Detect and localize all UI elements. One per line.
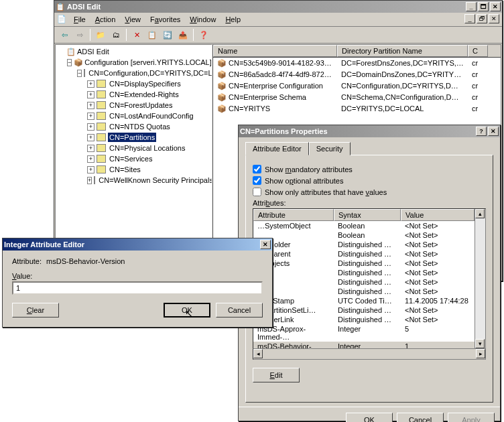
edit-button[interactable]: Edit xyxy=(253,368,300,382)
menu-help[interactable]: Help xyxy=(221,14,245,25)
expand-icon[interactable]: + xyxy=(87,80,94,88)
expand-icon[interactable]: + xyxy=(87,91,94,98)
tree-root[interactable]: 📋 ADSI Edit xyxy=(57,46,210,57)
attr-row[interactable]: msDS-Approx-Immed-…Integer5 xyxy=(253,324,475,342)
menu-file[interactable]: File xyxy=(70,14,90,25)
properties-button[interactable]: 📋 xyxy=(145,28,160,42)
expand-icon[interactable]: + xyxy=(87,102,94,109)
check-optional[interactable]: Show optional attributes xyxy=(253,176,486,185)
close-button[interactable]: ✕ xyxy=(260,240,271,249)
mdi-restore-button[interactable]: 🗗 xyxy=(477,14,487,23)
tree-node-cn-lostandfoundconfig[interactable]: +CN=LostAndFoundConfig xyxy=(57,111,210,121)
attr-row[interactable]: …ByDistinguished …<Not Set> xyxy=(253,277,475,287)
attr-row[interactable]: Boolean<Not Set> xyxy=(253,230,475,240)
tab-attribute-editor[interactable]: Attribute Editor xyxy=(245,142,309,155)
list-row[interactable]: 📦 CN=Enterprise SchemaCN=Schema,CN=Confi… xyxy=(213,92,501,103)
expand-icon[interactable]: + xyxy=(87,123,94,131)
export-button[interactable]: 📤 xyxy=(176,28,190,42)
col-attribute[interactable]: Attribute xyxy=(253,209,334,221)
show-hide-button[interactable]: 🗂 xyxy=(109,28,123,42)
tree-node-cn-services[interactable]: +CN=Services xyxy=(57,153,210,164)
tree-node-cn-forestupdates[interactable]: +CN=ForestUpdates xyxy=(57,100,210,111)
col-dpn[interactable]: Directory Partition Name xyxy=(337,45,468,57)
col-syntax[interactable]: Syntax xyxy=(334,209,401,221)
delete-button[interactable]: ✕ xyxy=(129,28,144,42)
horizontal-scrollbar[interactable]: ◂ ▸ xyxy=(253,349,486,360)
help-button[interactable]: ? xyxy=(476,127,487,136)
tree-config-server[interactable]: −📦 Configuration [serveri.YRITYS.LOCAL] xyxy=(57,57,210,68)
attr-row[interactable]: …fDistinguished …<Not Set> xyxy=(253,268,475,277)
up-button[interactable]: 📁 xyxy=(93,28,108,42)
scroll-right-button[interactable]: ▸ xyxy=(476,349,485,358)
collapse-icon[interactable]: − xyxy=(77,70,82,77)
menu-action[interactable]: Action xyxy=(91,14,120,25)
col-name[interactable]: Name xyxy=(213,45,337,57)
scroll-left-button[interactable]: ◂ xyxy=(253,349,263,358)
cell-value: 1 xyxy=(401,342,475,348)
attr-row[interactable]: …neStampUTC Coded Ti…11.4.2005 17:44:28 xyxy=(253,296,475,305)
maximize-button[interactable]: 🗖 xyxy=(478,2,489,11)
tab-security[interactable]: Security xyxy=(309,142,351,155)
menu-view[interactable]: View xyxy=(121,14,145,25)
col-value[interactable]: Value xyxy=(401,209,475,221)
attr-row[interactable]: …PartitionSetLi…Distinguished …<Not Set> xyxy=(253,305,475,315)
back-button[interactable]: ⇦ xyxy=(57,28,72,42)
check-mandatory[interactable]: Show mandatory attributes xyxy=(253,165,486,173)
scroll-up-button[interactable]: ▴ xyxy=(475,209,485,218)
ok-button[interactable]: OK ↖ xyxy=(164,303,210,318)
value-input[interactable] xyxy=(12,281,263,295)
expand-icon[interactable]: + xyxy=(87,177,92,184)
cancel-button[interactable]: Cancel xyxy=(397,413,444,422)
tree-node-cn-partitions[interactable]: +CN=Partitions xyxy=(57,132,210,143)
menu-window[interactable]: Window xyxy=(186,14,220,25)
attr-row[interactable]: …fDistinguished …<Not Set> xyxy=(253,287,475,296)
cell-c: cr xyxy=(468,58,488,68)
attributes-table[interactable]: Attribute Syntax Value …SystemObjectBool… xyxy=(253,208,486,349)
apply-button[interactable]: Apply xyxy=(448,413,495,422)
collapse-icon[interactable]: − xyxy=(67,59,72,66)
close-button[interactable]: ✕ xyxy=(488,127,499,136)
mdi-minimize-button[interactable]: _ xyxy=(464,14,475,23)
cancel-button[interactable]: Cancel xyxy=(216,303,263,318)
expand-icon[interactable]: + xyxy=(87,166,94,173)
attr-row[interactable]: msDS-Behavior-VersionInteger1 xyxy=(253,342,475,348)
attr-row[interactable]: …UserLinkDistinguished …<Not Set> xyxy=(253,315,475,324)
menu-favorites[interactable]: Favorites xyxy=(146,14,184,25)
attr-header: Attribute Syntax Value xyxy=(253,209,475,221)
tree-node-cn-physical-locations[interactable]: +CN=Physical Locations xyxy=(57,143,210,153)
list-row[interactable]: 📦 CN=YRITYSDC=YRITYS,DC=LOCALcr xyxy=(213,103,501,115)
refresh-button[interactable]: 🔄 xyxy=(160,28,175,42)
expand-icon[interactable]: + xyxy=(87,113,94,120)
col-c[interactable]: C xyxy=(468,45,488,57)
expand-icon[interactable]: + xyxy=(87,145,94,152)
attr-row[interactable]: …SystemObjectBoolean<Not Set> xyxy=(253,221,475,230)
vertical-scrollbar[interactable]: ▴ ▾ xyxy=(475,209,485,348)
list-row[interactable]: 📦 CN=53c549b9-9014-4182-93…DC=ForestDnsZ… xyxy=(213,58,501,69)
mdi-close-button[interactable]: ✕ xyxy=(489,14,499,23)
folder-icon xyxy=(97,165,106,173)
expand-icon[interactable]: + xyxy=(87,134,94,141)
cell-syntax: Distinguished … xyxy=(334,277,401,287)
attr-row[interactable]: …eHolderDistinguished …<Not Set> xyxy=(253,240,475,249)
tree-node-cn-ntds-quotas[interactable]: +CN=NTDS Quotas xyxy=(57,121,210,132)
tree-node-cn-sites[interactable]: +CN=Sites xyxy=(57,164,210,175)
tree-node-cn-wellknown-security-principals[interactable]: +CN=WellKnown Security Principals xyxy=(57,175,210,186)
help-button[interactable]: ❓ xyxy=(196,28,211,42)
forward-button[interactable]: ⇨ xyxy=(72,28,87,42)
ok-button[interactable]: OK xyxy=(346,413,393,422)
tree-label: CN=LostAndFoundConfig xyxy=(108,111,195,121)
attr-row[interactable]: …ObjectsDistinguished …<Not Set> xyxy=(253,259,475,268)
tree-node-cn-displayspecifiers[interactable]: +CN=DisplaySpecifiers xyxy=(57,78,210,89)
list-row[interactable]: 📦 CN=86a5adc8-4f74-4df9-872…DC=DomainDns… xyxy=(213,69,501,80)
tree-config-dn[interactable]: −CN=Configuration,DC=YRITYS,DC=LOCAL xyxy=(57,68,210,78)
scroll-down-button[interactable]: ▾ xyxy=(475,339,485,348)
clear-button[interactable]: Clear xyxy=(12,303,59,318)
cell-name: 📦 CN=Enterprise Schema xyxy=(213,92,337,102)
check-values[interactable]: Show only attributes that have values xyxy=(253,188,486,196)
attr-row[interactable]: …nParentDistinguished …<Not Set> xyxy=(253,249,475,259)
tree-node-cn-extended-rights[interactable]: +CN=Extended-Rights xyxy=(57,89,210,100)
close-button[interactable]: ✕ xyxy=(490,2,501,11)
minimize-button[interactable]: _ xyxy=(466,2,477,11)
list-row[interactable]: 📦 CN=Enterprise ConfigurationCN=Configur… xyxy=(213,80,501,92)
expand-icon[interactable]: + xyxy=(87,155,94,163)
